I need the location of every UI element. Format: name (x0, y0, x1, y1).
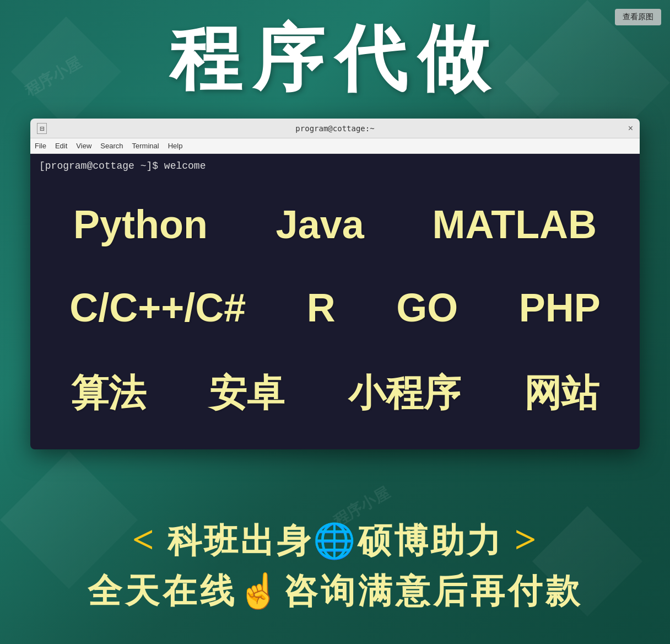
lang-android: 安卓 (209, 368, 284, 418)
terminal-menubar: File Edit View Search Terminal Help (30, 138, 640, 154)
bottom-section: ✦ ✦ ✦ ✦ ✦ < 科班出身🌐硕博助力 > 全天在线☝️咨询满意后再付款 (0, 484, 670, 644)
terminal-close-button[interactable]: × (628, 124, 633, 133)
slogan-line2: 全天在线☝️咨询满意后再付款 (88, 569, 583, 614)
menu-help[interactable]: Help (168, 142, 183, 150)
main-title: 程序代做 (0, 11, 670, 108)
terminal-title: program@cottage:~ (295, 124, 374, 133)
menu-edit[interactable]: Edit (55, 142, 67, 150)
lang-r: R (307, 285, 336, 330)
background: 程序小屋 程序小屋 程序小屋 程序小屋 程序小屋 查看原图 程序代做 ⊟ pro… (0, 0, 670, 644)
lang-go: GO (396, 285, 458, 330)
terminal-languages: Python Java MATLAB C/C++/C# R GO PHP 算法 … (39, 177, 631, 443)
terminal-prompt: [program@cottage ~]$ welcome (39, 160, 631, 171)
angle-right-icon: > (514, 518, 538, 561)
lang-website: 网站 (524, 368, 599, 418)
terminal-window: ⊟ program@cottage:~ × File Edit View Sea… (30, 119, 640, 449)
menu-file[interactable]: File (35, 142, 46, 150)
lang-matlab: MATLAB (433, 202, 597, 247)
lang-algorithm: 算法 (71, 368, 146, 418)
lang-miniapp: 小程序 (348, 368, 461, 418)
lang-c: C/C++/C# (69, 285, 246, 330)
terminal-titlebar-left: ⊟ (37, 123, 47, 134)
lang-python: Python (73, 202, 208, 247)
view-original-button[interactable]: 查看原图 (615, 9, 661, 25)
terminal-titlebar: ⊟ program@cottage:~ × (30, 119, 640, 138)
lang-row-3: 算法 安卓 小程序 网站 (39, 368, 631, 418)
lang-row-1: Python Java MATLAB (39, 202, 631, 247)
menu-terminal[interactable]: Terminal (132, 142, 159, 150)
terminal-body: [program@cottage ~]$ welcome Python Java… (30, 154, 640, 449)
lang-row-2: C/C++/C# R GO PHP (39, 285, 631, 330)
menu-view[interactable]: View (76, 142, 91, 150)
menu-search[interactable]: Search (100, 142, 123, 150)
terminal-icon: ⊟ (37, 123, 47, 134)
slogan-line1: < 科班出身🌐硕博助力 > (132, 514, 538, 565)
lang-php: PHP (519, 285, 601, 330)
lang-java: Java (276, 202, 364, 247)
angle-left-icon: < (132, 518, 156, 561)
slogan-line1-text: 科班出身🌐硕博助力 (168, 522, 503, 560)
